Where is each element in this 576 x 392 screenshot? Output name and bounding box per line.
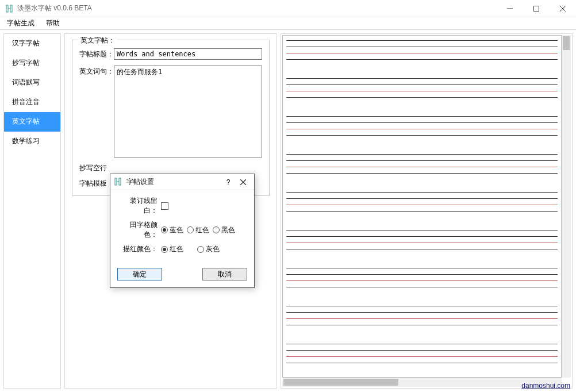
binding-margin-label: 装订线留白： <box>117 196 158 216</box>
grid-color-radio-red[interactable]: 红色 <box>187 225 209 235</box>
grid-color-radio-blue[interactable]: 蓝色 <box>161 225 183 235</box>
main: 汉字字帖 抄写字帖 词语默写 拼音注音 英文字帖 数学练习 英文字帖： 字帖标题… <box>0 30 576 392</box>
ok-button[interactable]: 确定 <box>117 268 162 280</box>
sidebar-item-label: 英文字帖 <box>12 117 40 126</box>
svg-rect-4 <box>534 6 539 11</box>
sidebar-item-label: 汉字字帖 <box>12 39 40 48</box>
vertical-scrollbar[interactable] <box>562 35 571 378</box>
titlebar: 淡墨水字帖 v0.0.6 BETA <box>0 0 576 17</box>
blank-lines-label: 抄写空行 <box>79 163 114 173</box>
trace-color-radio-red[interactable]: 红色 <box>161 244 183 254</box>
close-button[interactable] <box>550 0 576 17</box>
trace-color-label: 描红颜色： <box>117 244 158 254</box>
dialog-icon <box>114 178 123 187</box>
grid-color-radio-black[interactable]: 黑色 <box>213 225 235 235</box>
radio-label: 红色 <box>170 244 183 254</box>
app-icon <box>5 4 14 13</box>
dialog-title: 字帖设置 <box>126 177 221 187</box>
menubar: 字帖生成 帮助 <box>0 17 576 30</box>
svg-rect-8 <box>119 178 121 185</box>
title-label: 字帖标题： <box>79 48 114 59</box>
trace-color-radio-gray[interactable]: 灰色 <box>197 244 220 254</box>
dialog-help-button[interactable]: ? <box>221 176 236 189</box>
sidebar-item-math[interactable]: 数学练习 <box>4 132 60 151</box>
grid-color-label: 田字格颜色： <box>117 220 158 240</box>
binding-margin-checkbox[interactable] <box>161 202 168 210</box>
radio-label: 黑色 <box>221 225 235 235</box>
preview-panel <box>281 33 573 389</box>
template-label: 字帖模板 <box>79 179 114 189</box>
cancel-button[interactable]: 取消 <box>202 268 247 280</box>
english-fieldset: 英文字帖： 字帖标题： 英文词句： 抄写空行 字帖模板 <box>72 40 270 196</box>
radio-label: 红色 <box>195 225 209 235</box>
title-input[interactable] <box>114 48 262 60</box>
fieldset-legend: 英文字帖： <box>78 36 117 45</box>
sidebar-item-english[interactable]: 英文字帖 <box>4 112 60 132</box>
words-label: 英文词句： <box>79 66 114 76</box>
sidebar: 汉字字帖 抄写字帖 词语默写 拼音注音 英文字帖 数学练习 <box>3 33 61 389</box>
footer-link[interactable]: danmoshui.com <box>521 382 570 390</box>
sidebar-item-label: 词语默写 <box>12 78 40 87</box>
radio-label: 灰色 <box>206 244 220 254</box>
maximize-button[interactable] <box>523 0 550 17</box>
sidebar-item-label: 数学练习 <box>12 136 40 146</box>
question-icon: ? <box>226 178 231 186</box>
sidebar-item-dictation[interactable]: 词语默写 <box>4 73 60 93</box>
preview-canvas <box>282 35 562 378</box>
svg-rect-7 <box>115 178 117 185</box>
close-icon <box>240 179 246 185</box>
svg-rect-1 <box>10 5 12 12</box>
dialog-titlebar[interactable]: 字帖设置 ? <box>110 174 254 190</box>
horizontal-scrollbar[interactable] <box>282 378 562 387</box>
sidebar-item-label: 拼音注音 <box>12 97 40 107</box>
menu-generate[interactable]: 字帖生成 <box>5 17 37 29</box>
sidebar-item-copy[interactable]: 抄写字帖 <box>4 53 60 73</box>
minimize-button[interactable] <box>497 0 523 17</box>
sidebar-item-hanzi[interactable]: 汉字字帖 <box>4 34 60 53</box>
words-textarea[interactable] <box>114 66 262 157</box>
svg-rect-0 <box>6 5 8 12</box>
sidebar-item-label: 抄写字帖 <box>12 58 40 68</box>
settings-dialog: 字帖设置 ? 装订线留白： 田字格颜色： 蓝色 红色 黑色 描红颜色： 红色 灰… <box>110 174 255 288</box>
dialog-close-button[interactable] <box>236 176 251 189</box>
radio-label: 蓝色 <box>170 225 183 235</box>
sidebar-item-pinyin[interactable]: 拼音注音 <box>4 93 60 112</box>
window-title: 淡墨水字帖 v0.0.6 BETA <box>17 3 92 13</box>
menu-help[interactable]: 帮助 <box>44 17 62 29</box>
